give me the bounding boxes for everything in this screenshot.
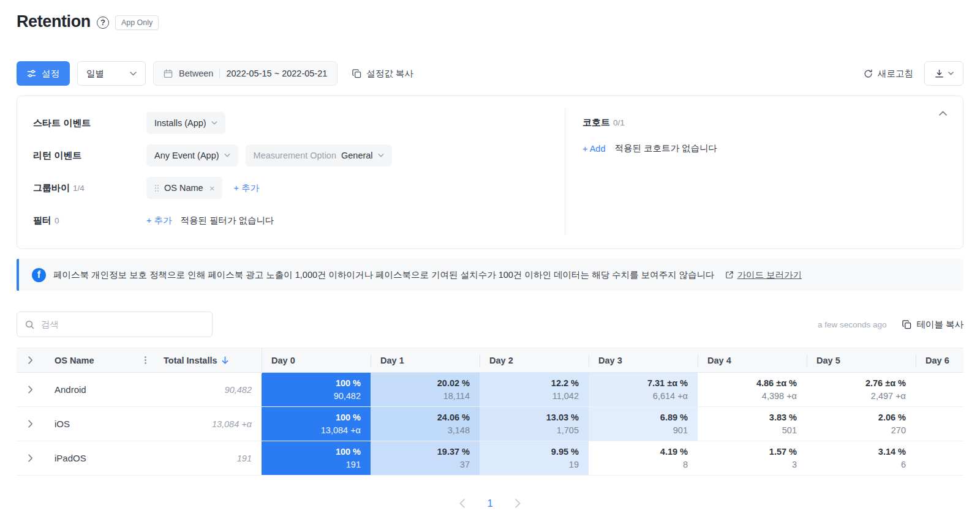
copy-settings-button[interactable]: 설정값 복사 [352,68,413,80]
add-filter-button[interactable]: + 추가 [146,215,172,226]
copy-icon [352,69,361,78]
retention-cell: 2.06 %270 [807,407,916,441]
retention-cell: 24.06 %3,148 [371,407,480,441]
retention-cell: 13.03 %1,705 [480,407,589,441]
measurement-option-label: Measurement Option [254,151,336,160]
help-icon[interactable]: ? [97,17,109,29]
refresh-icon [864,69,873,78]
day-headers: Day 0Day 1Day 2Day 3Day 4Day 5Day 6 [262,348,963,372]
retention-cell: 2.76 ±α %2,497 +α [807,373,916,406]
retention-cell: 100 %90,482 [262,373,371,406]
row-expand-button[interactable] [17,441,45,475]
retention-cell: 3.14 %6 [807,441,916,475]
column-header-os-name[interactable]: OS Name [45,348,154,372]
refresh-label: 새로고침 [878,68,913,80]
table-row: iPadOS191100 %19119.37 %379.95 %194.19 %… [17,441,963,476]
previous-page-button[interactable] [459,499,465,508]
guide-link-label[interactable]: 가이드 보러가기 [737,269,802,281]
retention-cell: 9.95 %19 [480,441,589,475]
group-by-label: 그룹바이1/4 [33,182,146,194]
column-header-total-installs[interactable]: Total Installs [154,348,262,372]
retention-cell: 6.89 %901 [589,407,698,441]
granularity-dropdown[interactable]: 일별 [77,61,146,86]
next-page-button[interactable] [515,499,521,508]
guide-link[interactable]: 가이드 보러가기 [725,269,802,281]
close-icon[interactable]: × [209,183,215,193]
external-link-icon [725,271,734,279]
collapse-panel-button[interactable] [939,111,947,116]
cohort-label: 코호트0/1 [582,117,947,129]
column-header-day-1[interactable]: Day 1 [371,348,480,372]
start-event-row: 스타트 이벤트 Installs (App) [33,112,565,134]
add-group-by-button[interactable]: + 추가 [233,182,259,194]
column-header-day-0[interactable]: Day 0 [262,348,371,372]
start-event-select[interactable]: Installs (App) [146,112,225,134]
granularity-value: 일별 [86,68,104,80]
filter-empty-text: 적용된 필터가 없습니다 [181,215,274,226]
search-box[interactable] [17,312,213,337]
retention-cell: 20.02 %18,114 [371,373,480,406]
query-config-panel: 스타트 이벤트 Installs (App) 리턴 이벤트 Any Event … [17,95,963,249]
column-header-day-6[interactable]: Day 6 [916,348,963,372]
facebook-icon: f [32,268,46,282]
filter-label: 필터0 [33,215,146,226]
date-mode-label: Between [179,69,213,78]
sort-descending-icon[interactable] [222,356,228,364]
measurement-option-value: General [341,151,373,160]
retention-cell: 100 %13,084 +α [262,407,371,441]
chevron-down-icon [224,154,230,157]
return-event-select[interactable]: Any Event (App) [146,144,238,166]
table-row: Android90,482100 %90,48220.02 %18,11412.… [17,373,963,407]
measurement-option-select[interactable]: Measurement Option General [246,144,392,166]
copy-icon [902,320,911,329]
chevron-down-icon [948,72,954,75]
retention-cell: 19.37 %37 [371,441,480,475]
retention-page: Retention ? App Only 설정 일별 Between 2022-… [0,0,980,509]
copy-table-label: 테이블 복사 [916,319,963,330]
os-name-header-label: OS Name [55,356,94,365]
return-event-row: 리턴 이벤트 Any Event (App) Measurement Optio… [33,144,565,166]
date-range-picker[interactable]: Between 2022-05-15 ~ 2022-05-21 [153,61,337,86]
cohort-empty-text: 적용된 코호트가 없습니다 [615,143,718,154]
copy-table-button[interactable]: 테이블 복사 [902,319,963,330]
retention-cell: 3.83 %501 [698,407,807,441]
chevron-down-icon [378,154,384,157]
return-event-value: Any Event (App) [154,151,219,160]
page-number[interactable]: 1 [487,498,492,509]
cohort-panel: 코호트0/1 + Add 적용된 코호트가 없습니다 [565,108,947,235]
row-expand-button[interactable] [17,407,45,441]
kebab-menu-icon[interactable] [145,356,146,364]
table-header-row: OS Name Total Installs Day 0Day 1Day 2Da… [17,348,963,373]
column-header-day-3[interactable]: Day 3 [589,348,698,372]
os-name-cell: iOS [45,407,154,441]
settings-button[interactable]: 설정 [17,61,70,86]
settings-button-label: 설정 [42,68,59,80]
toolbar-right: 새로고침 [864,61,963,86]
column-header-day-2[interactable]: Day 2 [480,348,589,372]
total-installs-cell: 191 [154,441,262,475]
app-only-badge: App Only [115,15,159,30]
search-icon [25,320,34,329]
total-installs-cell: 90,482 [154,373,262,406]
start-event-label: 스타트 이벤트 [33,118,146,129]
cohort-count: 0/1 [613,118,625,127]
column-header-day-5[interactable]: Day 5 [807,348,916,372]
expand-all-button[interactable] [17,348,45,372]
return-event-label: 리턴 이벤트 [33,150,146,162]
search-input[interactable] [40,319,204,330]
page-header: Retention ? App Only [17,9,963,34]
row-expand-button[interactable] [17,373,45,406]
retention-cell: 4.19 %8 [589,441,698,475]
chevron-down-icon [130,72,137,76]
refresh-button[interactable]: 새로고침 [864,68,913,80]
table-row: iOS13,084 +α100 %13,084 +α24.06 %3,14813… [17,407,963,441]
table-toolbar: a few seconds ago 테이블 복사 [17,312,963,337]
total-installs-cell: 13,084 +α [154,407,262,441]
column-header-day-4[interactable]: Day 4 [698,348,807,372]
group-by-chip-os-name[interactable]: OS Name × [146,177,222,199]
pagination: 1 [17,498,963,509]
chevron-down-icon [211,121,217,125]
add-cohort-button[interactable]: + Add [582,144,606,154]
drag-handle-icon[interactable] [154,184,159,192]
download-button[interactable] [924,61,963,86]
